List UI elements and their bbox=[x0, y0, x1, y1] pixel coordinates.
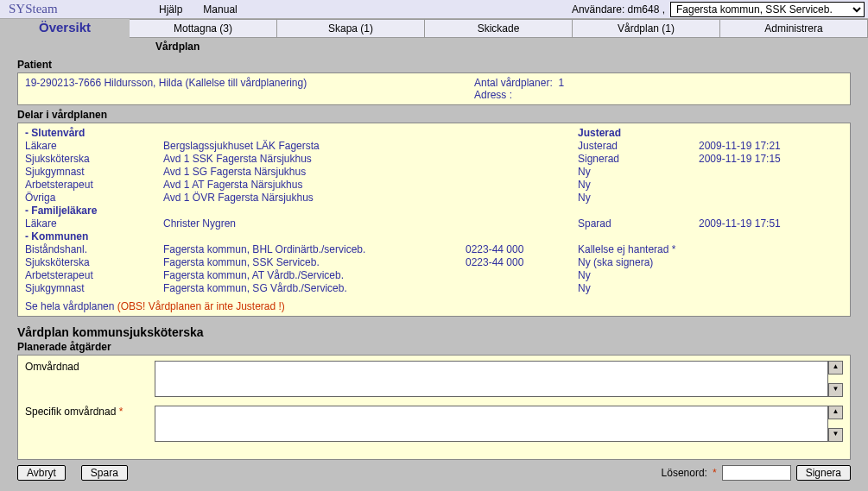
form-title: Vårdplan kommunsjuksköterska bbox=[17, 325, 851, 339]
scroll-up-icon[interactable]: ▲ bbox=[828, 361, 843, 375]
grp-familjelakare-title: - Familjeläkare bbox=[25, 205, 843, 217]
field-omvardnad-input[interactable] bbox=[155, 361, 828, 397]
save-button[interactable]: Spara bbox=[81, 465, 128, 481]
user-label-text: Användare: bbox=[572, 3, 624, 16]
time: 2009-11-19 17:51 bbox=[699, 217, 843, 230]
plan-count-label: Antal vårdplaner: bbox=[474, 77, 553, 89]
role: Biståndshanl. bbox=[25, 243, 163, 256]
justerad-head: Justerad bbox=[578, 127, 699, 140]
form-panel: Omvårdnad ▲ ▼ Specifik omvårdnad * ▲ ▼ bbox=[17, 355, 851, 460]
tab-create[interactable]: Skapa (1) bbox=[277, 19, 425, 38]
submenu-careplan: Vårdplan bbox=[155, 41, 200, 53]
table-row: Övriga Avd 1 ÖVR Fagersta Närsjukhus Ny bbox=[25, 192, 843, 205]
sign-button[interactable]: Signera bbox=[796, 465, 851, 481]
table-row: Arbetsterapeut Fagersta kommun, AT Vårdb… bbox=[25, 269, 843, 282]
role: Läkare bbox=[25, 217, 163, 230]
tab-received[interactable]: Mottagna (3) bbox=[130, 19, 277, 38]
status: Ny (ska signera) bbox=[578, 256, 699, 269]
user-name: dm648 bbox=[628, 3, 660, 16]
time bbox=[699, 282, 843, 295]
phone bbox=[466, 166, 578, 179]
cancel-button[interactable]: Avbryt bbox=[17, 465, 66, 481]
role: Sjukgymnast bbox=[25, 166, 163, 179]
time bbox=[699, 166, 843, 179]
parts-header: Delar i vårdplanen bbox=[17, 109, 851, 121]
tab-admin[interactable]: Administrera bbox=[720, 19, 868, 38]
status: Ny bbox=[578, 269, 699, 282]
org-select[interactable]: Fagersta kommun, SSK Serviceb. bbox=[670, 2, 865, 17]
phone bbox=[466, 217, 578, 230]
patient-line: 19-290213-7666 Hildursson, Hilda (Kallel… bbox=[25, 77, 474, 101]
time: 2009-11-19 17:21 bbox=[699, 140, 843, 153]
manual-link[interactable]: Manual bbox=[203, 3, 237, 16]
status: Kallelse ej hanterad * bbox=[578, 243, 699, 256]
status: Ny bbox=[578, 282, 699, 295]
phone: 0223-44 000 bbox=[466, 243, 578, 256]
grp-kommunen-title: - Kommunen bbox=[25, 230, 843, 243]
patient-address: Adress : bbox=[474, 89, 564, 101]
table-row: Sjukgymnast Fagersta kommun, SG Vårdb./S… bbox=[25, 282, 843, 295]
field-specifik-label: Specifik omvårdnad bbox=[25, 406, 116, 418]
role: Sjuksköterska bbox=[25, 256, 163, 269]
scroll-down-icon[interactable]: ▼ bbox=[828, 383, 843, 397]
field-omvardnad-label: Omvårdnad bbox=[25, 361, 155, 397]
tab-careplan[interactable]: Vårdplan (1) bbox=[573, 19, 720, 38]
plan-warning: (OBS! Vårdplanen är inte Justerad !) bbox=[117, 300, 285, 312]
unit: Avd 1 SG Fagersta Närsjukhus bbox=[163, 166, 466, 179]
status: Sparad bbox=[578, 217, 699, 230]
time bbox=[699, 192, 843, 205]
table-row: Biståndshanl. Fagersta kommun, BHL Ordin… bbox=[25, 243, 843, 256]
phone bbox=[466, 140, 578, 153]
phone bbox=[466, 179, 578, 192]
unit: Avd 1 AT Fagersta Närsjukhus bbox=[163, 179, 466, 192]
unit: Fagersta kommun, AT Vårdb./Serviceb. bbox=[163, 269, 466, 282]
unit: Avd 1 ÖVR Fagersta Närsjukhus bbox=[163, 192, 466, 205]
role: Övriga bbox=[25, 192, 163, 205]
help-link[interactable]: Hjälp bbox=[159, 3, 182, 16]
unit: Fagersta kommun, SSK Serviceb. bbox=[163, 256, 466, 269]
status: Ny bbox=[578, 179, 699, 192]
password-required-star: * bbox=[713, 467, 717, 479]
status: Ny bbox=[578, 192, 699, 205]
time bbox=[699, 269, 843, 282]
status: Ny bbox=[578, 166, 699, 179]
user-label: Användare: dm648 , bbox=[572, 3, 665, 16]
tab-sent[interactable]: Skickade bbox=[425, 19, 573, 38]
status: Signerad bbox=[578, 153, 699, 166]
tab-overview[interactable]: Översikt bbox=[0, 19, 130, 38]
user-sep: , bbox=[662, 3, 665, 16]
table-row: Sjuksköterska Avd 1 SSK Fagersta Närsjuk… bbox=[25, 153, 843, 166]
scroll-up-icon[interactable]: ▲ bbox=[828, 406, 843, 419]
time: 2009-11-19 17:15 bbox=[699, 153, 843, 166]
password-input[interactable] bbox=[722, 465, 791, 481]
time bbox=[699, 243, 843, 256]
grp-slutenvard-title: - Slutenvård bbox=[25, 127, 163, 140]
phone bbox=[466, 192, 578, 205]
phone bbox=[466, 269, 578, 282]
table-row: Arbetsterapeut Avd 1 AT Fagersta Närsjuk… bbox=[25, 179, 843, 192]
time bbox=[699, 179, 843, 192]
patient-panel: 19-290213-7666 Hildursson, Hilda (Kallel… bbox=[17, 72, 851, 105]
status: Justerad bbox=[578, 140, 699, 153]
unit: Fagersta kommun, BHL Ordinärtb./serviceb… bbox=[163, 243, 466, 256]
brand-logo: SYSteam bbox=[3, 2, 159, 16]
phone bbox=[466, 282, 578, 295]
scroll-down-icon[interactable]: ▼ bbox=[828, 428, 843, 442]
phone: 0223-44 000 bbox=[466, 256, 578, 269]
form-subtitle: Planerade åtgärder bbox=[17, 341, 851, 353]
password-label: Lösenord: bbox=[662, 467, 707, 479]
role: Arbetsterapeut bbox=[25, 179, 163, 192]
unit: Avd 1 SSK Fagersta Närsjukhus bbox=[163, 153, 466, 166]
role: Sjukgymnast bbox=[25, 282, 163, 295]
patient-header: Patient bbox=[17, 59, 851, 71]
phone bbox=[466, 153, 578, 166]
unit: Christer Nygren bbox=[163, 217, 466, 230]
field-specifik-input[interactable] bbox=[155, 406, 828, 442]
role: Läkare bbox=[25, 140, 163, 153]
role: Sjuksköterska bbox=[25, 153, 163, 166]
time bbox=[699, 256, 843, 269]
see-whole-plan-link[interactable]: Se hela vårdplanen bbox=[25, 300, 114, 312]
parts-panel: - Slutenvård Justerad Läkare Bergslagssj… bbox=[17, 123, 851, 317]
role: Arbetsterapeut bbox=[25, 269, 163, 282]
table-row: Läkare Christer Nygren Sparad 2009-11-19… bbox=[25, 217, 843, 230]
